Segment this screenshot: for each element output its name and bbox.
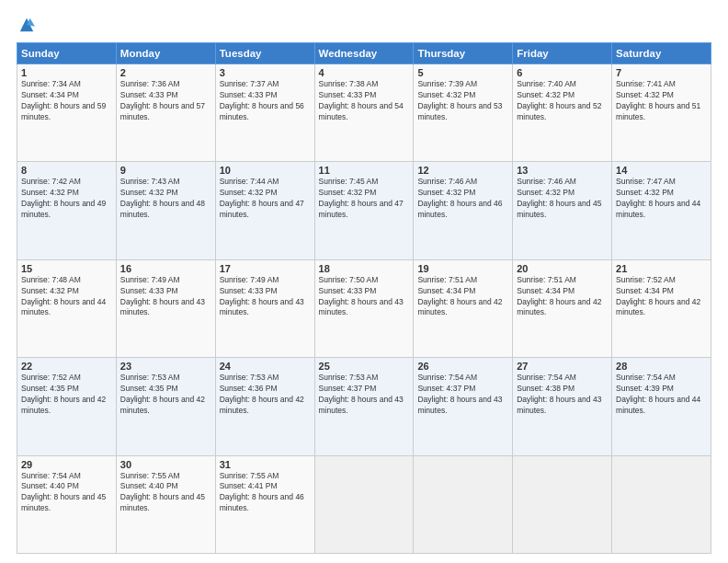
calendar-cell (414, 455, 513, 553)
day-info: Sunrise: 7:52 AMSunset: 4:34 PMDaylight:… (616, 275, 707, 319)
day-number: 26 (417, 361, 508, 372)
calendar-cell: 15Sunrise: 7:48 AMSunset: 4:32 PMDayligh… (17, 259, 117, 357)
header-cell: Sunday (17, 43, 117, 64)
calendar-cell: 13Sunrise: 7:46 AMSunset: 4:32 PMDayligh… (513, 162, 612, 259)
day-number: 14 (616, 165, 707, 176)
day-info: Sunrise: 7:53 AMSunset: 4:36 PMDaylight:… (220, 373, 311, 417)
day-number: 16 (120, 263, 211, 274)
day-info: Sunrise: 7:51 AMSunset: 4:34 PMDaylight:… (517, 275, 608, 319)
day-number: 27 (517, 361, 608, 372)
calendar-week-row: 22Sunrise: 7:52 AMSunset: 4:35 PMDayligh… (17, 358, 711, 455)
header (17, 17, 711, 33)
day-number: 24 (220, 361, 311, 372)
day-info: Sunrise: 7:36 AMSunset: 4:33 PMDaylight:… (120, 79, 211, 123)
header-cell: Thursday (414, 43, 513, 64)
header-cell: Wednesday (314, 43, 414, 64)
day-info: Sunrise: 7:53 AMSunset: 4:35 PMDaylight:… (120, 373, 211, 417)
logo-icon (18, 17, 35, 33)
header-cell: Friday (513, 43, 612, 64)
calendar-cell: 10Sunrise: 7:44 AMSunset: 4:32 PMDayligh… (215, 162, 314, 259)
calendar-cell: 8Sunrise: 7:42 AMSunset: 4:32 PMDaylight… (17, 162, 117, 259)
day-info: Sunrise: 7:39 AMSunset: 4:32 PMDaylight:… (417, 79, 508, 123)
calendar-cell: 28Sunrise: 7:54 AMSunset: 4:39 PMDayligh… (612, 358, 711, 455)
day-info: Sunrise: 7:54 AMSunset: 4:40 PMDaylight:… (21, 471, 112, 515)
day-info: Sunrise: 7:55 AMSunset: 4:41 PMDaylight:… (220, 471, 311, 515)
header-cell: Tuesday (215, 43, 314, 64)
day-info: Sunrise: 7:38 AMSunset: 4:33 PMDaylight:… (319, 79, 410, 123)
calendar-cell: 31Sunrise: 7:55 AMSunset: 4:41 PMDayligh… (215, 455, 314, 553)
calendar-table: SundayMondayTuesdayWednesdayThursdayFrid… (17, 42, 711, 554)
calendar-cell: 25Sunrise: 7:53 AMSunset: 4:37 PMDayligh… (314, 358, 414, 455)
day-number: 2 (120, 67, 211, 78)
calendar-cell: 17Sunrise: 7:49 AMSunset: 4:33 PMDayligh… (215, 259, 314, 357)
day-number: 23 (120, 361, 211, 372)
calendar-cell: 3Sunrise: 7:37 AMSunset: 4:33 PMDaylight… (215, 64, 314, 162)
day-number: 19 (417, 263, 508, 274)
day-info: Sunrise: 7:50 AMSunset: 4:33 PMDaylight:… (319, 275, 410, 319)
day-info: Sunrise: 7:49 AMSunset: 4:33 PMDaylight:… (120, 275, 211, 319)
day-number: 15 (21, 263, 112, 274)
day-info: Sunrise: 7:43 AMSunset: 4:32 PMDaylight:… (120, 177, 211, 221)
header-cell: Monday (116, 43, 215, 64)
day-number: 9 (120, 165, 211, 176)
day-info: Sunrise: 7:42 AMSunset: 4:32 PMDaylight:… (21, 177, 112, 221)
day-number: 25 (319, 361, 410, 372)
day-info: Sunrise: 7:37 AMSunset: 4:33 PMDaylight:… (220, 79, 311, 123)
calendar-cell: 24Sunrise: 7:53 AMSunset: 4:36 PMDayligh… (215, 358, 314, 455)
calendar-cell: 18Sunrise: 7:50 AMSunset: 4:33 PMDayligh… (314, 259, 414, 357)
day-number: 21 (616, 263, 707, 274)
calendar-cell: 27Sunrise: 7:54 AMSunset: 4:38 PMDayligh… (513, 358, 612, 455)
header-row: SundayMondayTuesdayWednesdayThursdayFrid… (17, 43, 711, 64)
day-info: Sunrise: 7:34 AMSunset: 4:34 PMDaylight:… (21, 79, 112, 123)
page: SundayMondayTuesdayWednesdayThursdayFrid… (0, 0, 728, 563)
day-info: Sunrise: 7:54 AMSunset: 4:37 PMDaylight:… (417, 373, 508, 417)
calendar-cell: 22Sunrise: 7:52 AMSunset: 4:35 PMDayligh… (17, 358, 117, 455)
calendar-cell: 30Sunrise: 7:55 AMSunset: 4:40 PMDayligh… (116, 455, 215, 553)
calendar-cell: 9Sunrise: 7:43 AMSunset: 4:32 PMDaylight… (116, 162, 215, 259)
day-number: 29 (21, 459, 112, 470)
day-number: 4 (319, 67, 410, 78)
logo (17, 17, 35, 33)
day-number: 10 (220, 165, 311, 176)
calendar-cell: 6Sunrise: 7:40 AMSunset: 4:32 PMDaylight… (513, 64, 612, 162)
day-info: Sunrise: 7:54 AMSunset: 4:38 PMDaylight:… (517, 373, 608, 417)
day-number: 18 (319, 263, 410, 274)
day-info: Sunrise: 7:40 AMSunset: 4:32 PMDaylight:… (517, 79, 608, 123)
day-info: Sunrise: 7:53 AMSunset: 4:37 PMDaylight:… (319, 373, 410, 417)
day-number: 8 (21, 165, 112, 176)
calendar-cell: 20Sunrise: 7:51 AMSunset: 4:34 PMDayligh… (513, 259, 612, 357)
day-number: 7 (616, 67, 707, 78)
day-number: 11 (319, 165, 410, 176)
calendar-cell: 19Sunrise: 7:51 AMSunset: 4:34 PMDayligh… (414, 259, 513, 357)
day-info: Sunrise: 7:54 AMSunset: 4:39 PMDaylight:… (616, 373, 707, 417)
calendar-cell: 4Sunrise: 7:38 AMSunset: 4:33 PMDaylight… (314, 64, 414, 162)
calendar-cell: 2Sunrise: 7:36 AMSunset: 4:33 PMDaylight… (116, 64, 215, 162)
day-info: Sunrise: 7:44 AMSunset: 4:32 PMDaylight:… (220, 177, 311, 221)
day-info: Sunrise: 7:47 AMSunset: 4:32 PMDaylight:… (616, 177, 707, 221)
day-info: Sunrise: 7:46 AMSunset: 4:32 PMDaylight:… (517, 177, 608, 221)
calendar-cell: 11Sunrise: 7:45 AMSunset: 4:32 PMDayligh… (314, 162, 414, 259)
day-number: 31 (220, 459, 311, 470)
day-number: 30 (120, 459, 211, 470)
calendar-week-row: 1Sunrise: 7:34 AMSunset: 4:34 PMDaylight… (17, 64, 711, 162)
day-number: 5 (417, 67, 508, 78)
calendar-cell (612, 455, 711, 553)
calendar-cell: 21Sunrise: 7:52 AMSunset: 4:34 PMDayligh… (612, 259, 711, 357)
calendar-cell: 16Sunrise: 7:49 AMSunset: 4:33 PMDayligh… (116, 259, 215, 357)
calendar-cell: 26Sunrise: 7:54 AMSunset: 4:37 PMDayligh… (414, 358, 513, 455)
day-number: 1 (21, 67, 112, 78)
day-info: Sunrise: 7:41 AMSunset: 4:32 PMDaylight:… (616, 79, 707, 123)
day-info: Sunrise: 7:48 AMSunset: 4:32 PMDaylight:… (21, 275, 112, 319)
day-number: 12 (417, 165, 508, 176)
day-number: 28 (616, 361, 707, 372)
calendar-week-row: 29Sunrise: 7:54 AMSunset: 4:40 PMDayligh… (17, 455, 711, 553)
day-info: Sunrise: 7:52 AMSunset: 4:35 PMDaylight:… (21, 373, 112, 417)
calendar-cell: 5Sunrise: 7:39 AMSunset: 4:32 PMDaylight… (414, 64, 513, 162)
calendar-cell: 29Sunrise: 7:54 AMSunset: 4:40 PMDayligh… (17, 455, 117, 553)
calendar-cell: 23Sunrise: 7:53 AMSunset: 4:35 PMDayligh… (116, 358, 215, 455)
calendar-week-row: 15Sunrise: 7:48 AMSunset: 4:32 PMDayligh… (17, 259, 711, 357)
calendar-cell: 12Sunrise: 7:46 AMSunset: 4:32 PMDayligh… (414, 162, 513, 259)
day-info: Sunrise: 7:55 AMSunset: 4:40 PMDaylight:… (120, 471, 211, 515)
day-number: 20 (517, 263, 608, 274)
day-info: Sunrise: 7:51 AMSunset: 4:34 PMDaylight:… (417, 275, 508, 319)
